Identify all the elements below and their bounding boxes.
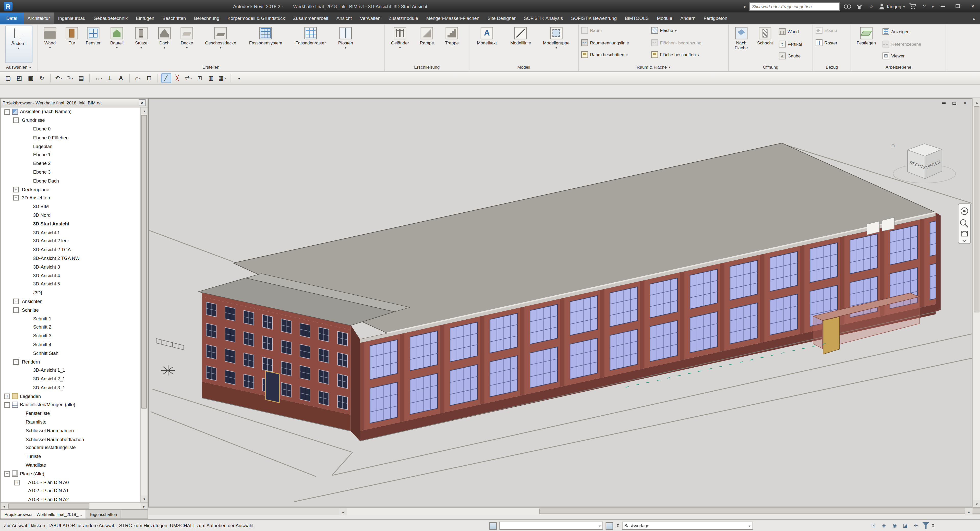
tree-item[interactable]: Lageplan [0,142,147,151]
tree-item[interactable]: Schlüssel Raumoberflächen [0,435,147,444]
print-icon[interactable]: ▤ [76,73,86,83]
browser-horizontal-scrollbar[interactable]: ◂ ▸ [0,502,147,509]
modelltext-button[interactable]: Modelltext [470,25,504,63]
scroll-up-icon[interactable]: ▴ [973,98,980,105]
raumtrennungslinie-button[interactable]: Raumtrennungslinie [579,37,649,49]
ribbon-minimize-icon[interactable]: ▴ [968,13,980,24]
project-browser-close-icon[interactable]: ✕ [139,99,146,106]
stuetze-button[interactable]: Stütze▾ [129,25,153,63]
navigation-bar[interactable] [958,204,970,244]
tab-verwalten[interactable]: Verwalten [356,13,385,24]
tab-beschriften[interactable]: Beschriften [158,13,190,24]
tab-zusammenarbeit[interactable]: Zusammenarbeit [289,13,332,24]
customize-qat-caret-icon[interactable]: ▾ [234,73,244,83]
help-menu-caret-icon[interactable]: ▾ [932,4,934,8]
help-icon[interactable]: ? [920,2,929,11]
tab-bimtools[interactable]: BiMTOOLS [621,13,653,24]
tree-item[interactable]: Schnitte [0,305,147,314]
tab-ingenieurbau[interactable]: Ingenieurbau [54,13,89,24]
tree-item[interactable]: 3D-Ansicht 2 TGA [0,245,147,254]
tree-item[interactable]: Schnitt 4 [0,340,147,349]
tree-item[interactable]: Ebene Dach [0,176,147,185]
fassadenraster-button[interactable]: Fassadenraster [288,25,333,63]
design-option-dropdown[interactable]: Basisvorlage▾ [622,521,753,530]
default-3d-view-icon[interactable]: ⌂▾ [133,73,143,83]
tree-item[interactable]: Ebene 3 [0,168,147,176]
view-minimize-icon[interactable] [941,100,947,106]
drawing-area[interactable]: × [148,98,972,507]
scrollbar-thumb[interactable] [974,106,980,312]
tree-item[interactable]: 3D-Ansicht 1 [0,228,147,237]
tab-ansicht[interactable]: Ansicht [332,13,356,24]
tree-item[interactable]: Schnitt 1 [0,314,147,323]
viewer-button[interactable]: Viewer [881,50,942,62]
tree-item[interactable]: 3D-Ansichten [0,194,147,202]
thin-lines-icon[interactable]: ╱ [161,73,171,83]
raster-button[interactable]: Raster [814,37,850,49]
modellgruppe-button[interactable]: Modellgruppe▾ [538,25,575,63]
rampe-button[interactable]: Rampe [414,25,439,63]
tab-eigenschaften[interactable]: Eigenschaften [86,510,121,518]
tree-vertical-scrollbar[interactable]: ▴ ▾ [140,108,147,502]
tab-fertigbeton[interactable]: Fertigbeton [700,13,731,24]
scroll-right-icon[interactable]: ▸ [141,503,148,509]
scroll-left-icon[interactable]: ◂ [339,508,347,515]
raum-beschriften-button[interactable]: Raum beschriften▾ [579,49,649,61]
collapse-icon[interactable] [4,109,10,114]
aligned-dimension-icon[interactable]: ⊥ [105,73,115,83]
worksets-icon[interactable] [489,522,497,529]
wand-oeffnung-button[interactable]: Wand [777,25,812,38]
panel-label-auswaehlen[interactable]: Auswählen▾ [0,63,37,71]
viewport-vertical-scrollbar[interactable]: ▴ ▾ [973,98,980,507]
tab-module[interactable]: Module [653,13,676,24]
select-by-face-icon[interactable]: ◪ [901,521,909,530]
favorites-star-icon[interactable]: ☆ [867,2,876,11]
collapse-icon[interactable] [4,471,10,477]
tab-architektur[interactable]: Architektur [24,13,54,24]
tree-item[interactable]: Fensterliste [0,409,147,418]
tree-item[interactable]: Ebene 1 [0,151,147,159]
project-browser-header[interactable]: Projektbrowser - Werkhalle final_2018_in… [0,99,147,108]
restore-button[interactable] [952,1,964,11]
schacht-button[interactable]: Schacht [754,25,776,63]
entrance-door[interactable] [266,371,280,403]
sync-with-central-icon[interactable]: ↻ [37,73,47,83]
user-interface-icon[interactable]: ▦▾ [217,73,227,83]
modify-caret-icon[interactable]: ▾ [18,47,19,50]
scroll-left-icon[interactable]: ◂ [0,503,7,509]
tree-item[interactable]: Sonderausstattungsliste [0,444,147,452]
tree-item[interactable]: 3D-Ansicht 4 [0,271,147,280]
scrollbar-thumb[interactable] [141,115,147,409]
tab-sofistik-analysis[interactable]: SOFiSTiK Analysis [520,13,567,24]
redo-icon[interactable]: ↷▾ [65,73,75,83]
modify-button[interactable]: Ändern ▾ [5,25,32,63]
tab-einfuegen[interactable]: Einfügen [132,13,158,24]
scroll-down-icon[interactable]: ▾ [973,500,980,507]
tree-item[interactable]: Wandliste [0,461,147,469]
tab-koerpermodell[interactable]: Körpermodell & Grundstück [223,13,289,24]
minimize-button[interactable] [937,1,949,11]
bauteil-button[interactable]: Bauteil▾ [104,25,129,63]
fenster-button[interactable]: Fenster [82,25,104,63]
flaeche-beschriften-button[interactable]: Fläche beschriften▾ [649,49,726,61]
tree-item[interactable]: A103 - Plan DIN A2 [0,495,147,502]
collapse-icon[interactable] [4,402,10,408]
search-input[interactable] [749,2,840,11]
select-pinned-icon[interactable]: ◉ [891,521,899,530]
text-icon[interactable]: A [116,73,126,83]
tree-item[interactable]: Schnitt Stahl [0,349,147,358]
scroll-right-icon[interactable]: ▸ [965,508,972,515]
close-button[interactable]: × [967,1,979,11]
app-store-cart-icon[interactable] [908,2,917,11]
tree-item[interactable]: Grundrisse [0,116,147,125]
dach-button[interactable]: Dach▾ [153,25,176,63]
tree-item[interactable]: Ebene 0 [0,125,147,133]
tab-datei[interactable]: Datei [0,13,24,24]
expand-icon[interactable] [14,480,20,485]
close-hidden-windows-icon[interactable]: ╳ [172,73,182,83]
wand-button[interactable]: Wand▾ [38,25,62,63]
flaeche-button[interactable]: Fläche▾ [649,24,726,37]
select-links-icon[interactable]: ⊡ [869,521,877,530]
communication-center-icon[interactable] [855,2,864,11]
panel-label-raum-flaeche[interactable]: Raum & Fläche▾ [579,62,728,71]
